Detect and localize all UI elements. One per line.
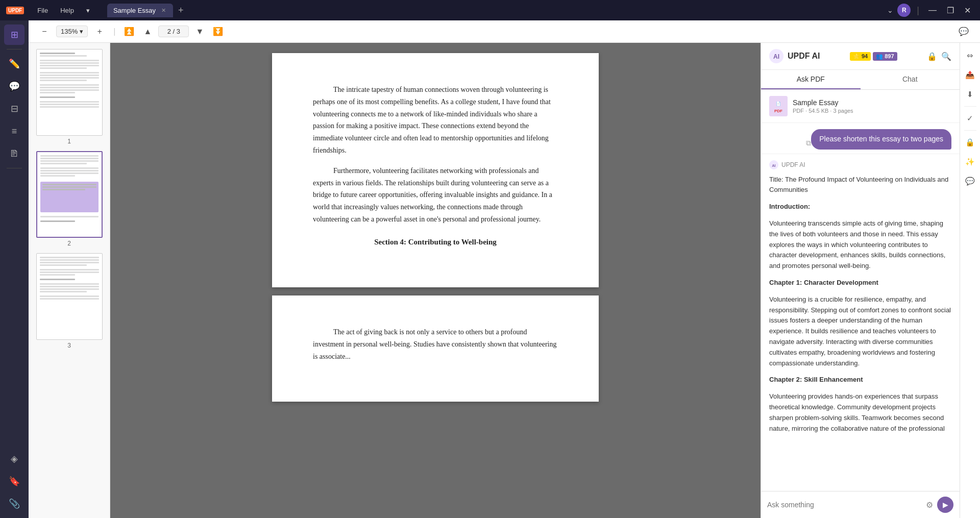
user-message-area: ⧉ Please shorten this essay to two pages — [761, 123, 960, 154]
titlebar: UPDF File Help ▾ Sample Essay ✕ + ⌄ R | … — [0, 0, 980, 20]
right-icon-resize[interactable]: ⇔ — [962, 47, 979, 64]
thumbnail-2[interactable]: 2 — [33, 151, 106, 247]
maximize-button[interactable]: ❐ — [944, 5, 957, 16]
ai-panel-icons: 🔒 🔍 — [927, 52, 951, 61]
sidebar-icon-layers[interactable]: ◈ — [4, 449, 24, 469]
copy-icon[interactable]: ⧉ — [806, 129, 811, 150]
user-avatar[interactable]: R — [897, 4, 911, 17]
ai-badges: ⭐ 94 👥 897 — [850, 52, 897, 61]
updf-ai-logo-icon: AI — [769, 49, 783, 63]
menu-dropdown[interactable]: ▾ — [81, 5, 95, 16]
svg-text:AI: AI — [773, 53, 779, 60]
zoom-out-button[interactable]: − — [37, 24, 52, 39]
thumb-num-1: 1 — [67, 138, 71, 145]
lock-icon[interactable]: 🔒 — [927, 52, 937, 61]
tab-label: Sample Essay — [113, 7, 156, 14]
sidebar-sep-1 — [7, 49, 22, 50]
right-sep-1 — [964, 106, 976, 107]
ai-response-label: UPDF AI — [781, 161, 805, 168]
menu-file[interactable]: File — [32, 5, 53, 16]
search-ai-icon[interactable]: 🔍 — [941, 52, 951, 61]
file-icon: 📄 PDF — [769, 96, 788, 116]
tab-close-button[interactable]: ✕ — [160, 7, 167, 14]
ai-response-area[interactable]: AI UPDF AI Title: The Profound Impact of… — [761, 154, 960, 491]
thumb-page-2 — [36, 151, 103, 238]
window-dropdown[interactable]: ⌄ — [887, 6, 893, 14]
pdf-paragraph-3: The act of giving back is not only a ser… — [313, 326, 558, 362]
tab-chat[interactable]: Chat — [861, 70, 960, 89]
ai-settings-icon[interactable]: ⚙ — [926, 500, 933, 510]
svg-rect-2 — [769, 96, 788, 116]
page-number-input[interactable] — [158, 26, 189, 37]
ai-title-text: UPDF AI — [788, 52, 820, 61]
ai-input-area: ⚙ ▶ — [761, 491, 960, 518]
ai-response-text: Title: The Profound Impact of Volunteeri… — [769, 175, 951, 434]
ai-header: AI UPDF AI ⭐ 94 👥 897 🔒 � — [761, 43, 960, 70]
pdf-paragraph-2: Furthermore, volunteering facilitates ne… — [313, 165, 558, 226]
sidebar-icon-view[interactable]: ⊟ — [4, 98, 24, 119]
app-logo: UPDF — [6, 7, 24, 14]
zoom-level: 135% — [61, 28, 78, 35]
page-next-button[interactable]: ▼ — [192, 24, 207, 39]
ai-response-intro-heading: Introduction: — [769, 202, 951, 212]
file-info: 📄 PDF Sample Essay PDF · 54.5 KB · 3 pag… — [761, 90, 960, 123]
titlebar-separator: | — [917, 5, 919, 16]
tab-bar: Sample Essay ✕ + — [107, 4, 187, 17]
right-icon-ai-assist[interactable]: ✨ — [962, 153, 979, 170]
sidebar-icon-comment[interactable]: 💬 — [4, 76, 24, 96]
page-last-button[interactable]: ⏬ — [210, 24, 226, 39]
sidebar-icon-edit[interactable]: ✏️ — [4, 54, 24, 74]
zoom-control[interactable]: 135% ▾ — [56, 26, 88, 37]
minimize-button[interactable]: — — [925, 5, 940, 16]
pdf-paragraph-1: The intricate tapestry of human connecti… — [313, 84, 558, 157]
close-button[interactable]: ✕ — [961, 5, 974, 16]
page-first-button[interactable]: ⏫ — [121, 24, 137, 39]
main-area: ⊞ ✏️ 💬 ⊟ ≡ 🖹 ◈ 🔖 📎 − 135% ▾ + | ⏫ ▲ ▼ — [0, 20, 980, 518]
zoom-in-button[interactable]: + — [92, 24, 107, 39]
updf-ai-response-icon: AI — [769, 160, 778, 169]
thumb-page-1 — [36, 49, 103, 136]
comment-toolbar-button[interactable]: 💬 — [955, 23, 972, 40]
sidebar-icon-attach[interactable]: 📎 — [4, 494, 24, 514]
pdf-page-2: The intricate tapestry of human connecti… — [272, 53, 599, 287]
ai-response-header: AI UPDF AI — [769, 160, 951, 169]
svg-text:📄: 📄 — [776, 101, 781, 106]
thumbnail-panel: 1 — [29, 43, 110, 518]
page-prev-button[interactable]: ▲ — [140, 24, 155, 39]
right-icon-chat[interactable]: 💬 — [962, 172, 979, 190]
titlebar-controls: ⌄ R | — ❐ ✕ — [887, 4, 974, 17]
ai-title-area: AI UPDF AI — [769, 49, 820, 63]
svg-text:PDF: PDF — [774, 109, 782, 113]
right-icon-check[interactable]: ✓ — [962, 110, 979, 127]
thumb-page-3 — [36, 253, 103, 340]
sidebar-sep-2 — [7, 168, 22, 168]
content-area: − 135% ▾ + | ⏫ ▲ ▼ ⏬ 💬 — [29, 20, 980, 518]
ai-response-ch1-heading: Chapter 1: Character Development — [769, 278, 951, 288]
pdf-page-3: The act of giving back is not only a ser… — [272, 295, 599, 401]
sidebar-icon-pages[interactable]: ⊞ — [4, 24, 24, 45]
svg-text:AI: AI — [772, 164, 776, 167]
file-meta: PDF · 54.5 KB · 3 pages — [793, 108, 951, 114]
right-icon-export[interactable]: 📤 — [962, 66, 979, 84]
sidebar-icon-organize[interactable]: ≡ — [4, 121, 24, 141]
logo-box: UPDF — [6, 7, 24, 14]
sidebar-icon-bookmark[interactable]: 🔖 — [4, 471, 24, 491]
tab-sample-essay[interactable]: Sample Essay ✕ — [107, 4, 173, 17]
ai-response-ch2-heading: Chapter 2: Skill Enhancement — [769, 375, 951, 385]
page-navigation: ⏫ ▲ ▼ ⏬ — [121, 24, 226, 39]
ai-ask-input[interactable] — [767, 501, 922, 509]
menu-help[interactable]: Help — [55, 5, 79, 16]
toolbar: − 135% ▾ + | ⏫ ▲ ▼ ⏬ 💬 — [29, 20, 980, 43]
pdf-ai-split: 1 — [29, 43, 980, 518]
right-icon-download[interactable]: ⬇ — [962, 86, 979, 103]
ai-send-button[interactable]: ▶ — [937, 497, 953, 513]
thumbnail-1[interactable]: 1 — [33, 49, 106, 145]
right-icon-lock[interactable]: 🔒 — [962, 134, 979, 151]
tab-add-button[interactable]: + — [175, 5, 187, 16]
tab-ask-pdf[interactable]: Ask PDF — [761, 70, 861, 89]
thumb-num-3: 3 — [67, 342, 71, 349]
thumb-num-2: 2 — [67, 240, 71, 247]
sidebar-icon-stamp[interactable]: 🖹 — [4, 143, 24, 164]
thumbnail-3[interactable]: 3 — [33, 253, 106, 349]
pdf-viewer[interactable]: The intricate tapestry of human connecti… — [110, 43, 761, 518]
